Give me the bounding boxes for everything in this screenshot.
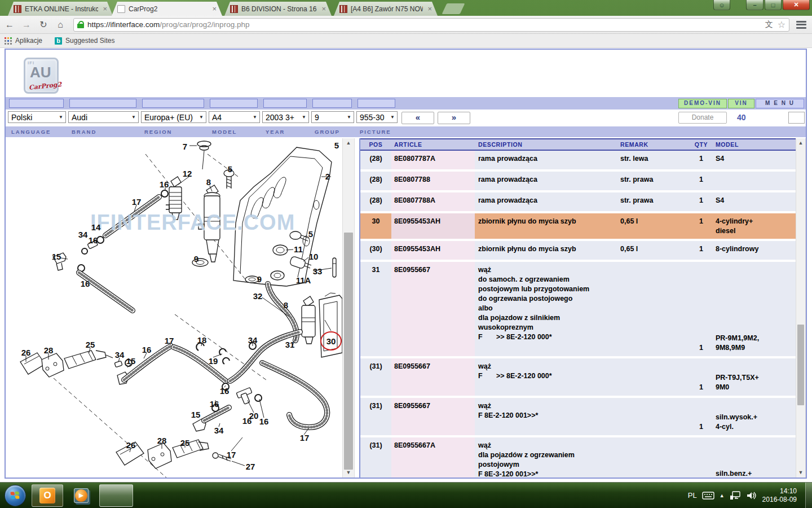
chevron-down-icon: ▼	[131, 115, 136, 120]
watermark: IFINTERFACE.COM	[90, 211, 295, 235]
carprog2-logo: IFI AU CarProg2	[24, 58, 59, 94]
diagram-part-label: 26	[126, 440, 136, 450]
bookmark-suggested-sites[interactable]: Suggested Sites	[65, 37, 114, 45]
keyboard-icon[interactable]	[702, 492, 714, 500]
table-row[interactable]: (31)8E0955667Awążdla pojazdów z ogrzewan…	[360, 437, 796, 478]
filter-box-group[interactable]	[312, 99, 352, 108]
taskbar-media-player-button[interactable]: ▶	[69, 485, 94, 506]
cell-remark: str. prawa	[617, 192, 691, 211]
next-picture-button[interactable]: »	[438, 112, 470, 124]
apps-grid-icon[interactable]	[5, 37, 12, 45]
cell-qty: 1	[691, 358, 712, 396]
table-row[interactable]: (28)8E0807787Arama prowadzącastr. lewa1S…	[360, 151, 796, 169]
back-button[interactable]: ←	[2, 18, 17, 32]
select-value: Europa+ (EU)	[144, 113, 193, 122]
filter-label: REGION	[144, 129, 172, 135]
demo-vin-button[interactable]: DEMO-VIN	[678, 99, 727, 108]
menu-button[interactable]: M E N U	[756, 99, 804, 108]
scroll-up-icon[interactable]: ▲	[796, 138, 805, 148]
scroll-down-icon[interactable]: ▼	[796, 468, 805, 478]
select-value: 9	[315, 113, 319, 122]
select-group[interactable]: 9▼	[311, 111, 354, 123]
select-region[interactable]: Europa+ (EU)▼	[141, 111, 206, 123]
tab-close-icon[interactable]: ×	[211, 5, 218, 13]
table-row[interactable]: (30)8E0955453AHzbiornik płynu do mycia s…	[360, 241, 796, 260]
scrollbar-thumb[interactable]	[344, 233, 353, 470]
filter-box-model[interactable]	[210, 99, 258, 108]
pump-8	[303, 296, 314, 306]
table-scrollbar[interactable]: ▲ ▼	[796, 138, 806, 478]
diagram-part-label: 12	[183, 169, 192, 178]
description-line: rama prowadząca	[478, 154, 617, 164]
scrollbar-thumb[interactable]	[797, 325, 804, 405]
network-icon[interactable]	[730, 491, 741, 500]
table-row[interactable]: (28)8E0807788Arama prowadzącastr. prawa1…	[360, 192, 796, 211]
home-button[interactable]: ⌂	[53, 18, 68, 32]
cell-pos: (28)	[360, 192, 391, 211]
tab-close-icon[interactable]: ×	[426, 5, 433, 13]
select-picture[interactable]: 955-30▼	[356, 111, 398, 123]
browser-tab[interactable]: [A4 B6] Zawór N75 NOWY×	[334, 2, 438, 16]
select-language[interactable]: Polski▼	[8, 111, 66, 123]
cell-description: wążdla pojazdów z ogrzewaniempostojowymF…	[475, 437, 617, 478]
browser-tab[interactable]: CarProg2×	[112, 2, 222, 16]
web-page: IFI AU CarProg2 DEMO-VINVINM E N U Polsk…	[0, 48, 812, 483]
scroll-down-icon[interactable]: ▼	[343, 468, 354, 478]
clamp-16	[255, 395, 262, 401]
browser-tab[interactable]: B6 DIVISION - Strona 162×	[224, 2, 332, 16]
prev-picture-button[interactable]: «	[401, 112, 434, 124]
select-model[interactable]: A4▼	[209, 111, 260, 123]
start-button[interactable]	[5, 485, 26, 506]
filter-box-brand[interactable]	[69, 99, 136, 108]
table-row[interactable]: 308E0955453AHzbiornik płynu do mycia szy…	[360, 213, 796, 239]
table-row[interactable]: (31)8E0955667wążF 8E-2-120 001>>*1siln.w…	[360, 398, 796, 435]
column-header-description: DESCRIPTION	[475, 141, 617, 148]
cell-remark: 0,65 l	[617, 213, 691, 239]
clock[interactable]: 14:10 2016-08-09	[762, 487, 797, 504]
select-brand[interactable]: Audi▼	[68, 111, 139, 123]
select-year[interactable]: 2003 3+▼	[262, 111, 309, 123]
diagram-scrollbar[interactable]: ▲ ▼	[342, 138, 355, 478]
filter-boxes-strip: DEMO-VINVINM E N U	[6, 97, 806, 110]
filter-box-language[interactable]	[9, 99, 64, 108]
small-input-box[interactable]	[788, 112, 805, 124]
table-row[interactable]: (31)8E0955667wążF >> 8E-2-120 000*1PR-T9…	[360, 358, 796, 396]
profile-icon[interactable]: ☺	[713, 0, 730, 10]
vin-button[interactable]: VIN	[728, 99, 754, 108]
filter-box-year[interactable]	[263, 99, 307, 108]
filter-box-picture[interactable]	[358, 99, 395, 108]
taskbar-active-window-button[interactable]	[99, 484, 133, 507]
table-body: (28)8E0807787Arama prowadzącastr. lewa1S…	[360, 151, 796, 478]
scroll-up-icon[interactable]: ▲	[343, 138, 354, 148]
tab-close-icon[interactable]: ×	[102, 5, 108, 13]
select-value: Audi	[72, 113, 87, 122]
table-row[interactable]: (28)8E0807788rama prowadzącastr. prawa1	[360, 172, 796, 190]
bookmark-aplikacje[interactable]: Aplikacje	[15, 37, 42, 45]
translate-icon[interactable]: 文	[765, 20, 773, 30]
close-button[interactable]: ✕	[783, 0, 810, 10]
taskbar-outlook-button[interactable]: O	[32, 484, 63, 507]
hidden-icons-arrow[interactable]: ▲	[720, 493, 725, 498]
cell-model: siln.benz.+4-cyl.	[712, 437, 796, 478]
address-bar[interactable]: https://ifinterface.com/prog/car/prog2/i…	[73, 18, 789, 32]
qty-value: 1	[691, 154, 712, 164]
reload-button[interactable]: ↻	[36, 18, 51, 32]
clamp-34	[82, 248, 87, 254]
browser-tab[interactable]: ETKA ONLINE - Instrukcje×	[8, 2, 113, 16]
show-desktop-button[interactable]	[805, 483, 812, 508]
forward-button[interactable]: →	[19, 18, 34, 32]
browser-menu-icon[interactable]	[796, 21, 806, 29]
bookmarks-bar: Aplikacje b Suggested Sites	[0, 34, 812, 48]
tab-close-icon[interactable]: ×	[320, 5, 327, 13]
donate-button[interactable]: Donate	[678, 112, 727, 124]
maximize-button[interactable]: □	[765, 0, 782, 10]
minimize-button[interactable]: –	[746, 0, 764, 10]
language-indicator[interactable]: PL	[688, 491, 697, 500]
bookmark-star-icon[interactable]: ☆	[778, 19, 785, 30]
table-row[interactable]: 318E0955667wążdo samoch. z ogrzewaniempo…	[360, 262, 796, 356]
description-line: do ogrzewania postojowego	[478, 294, 617, 304]
filter-box-region[interactable]	[142, 99, 204, 108]
speaker-icon[interactable]	[746, 491, 756, 500]
diagram-part-label: 16	[89, 235, 98, 245]
https-padlock-icon	[77, 21, 84, 28]
